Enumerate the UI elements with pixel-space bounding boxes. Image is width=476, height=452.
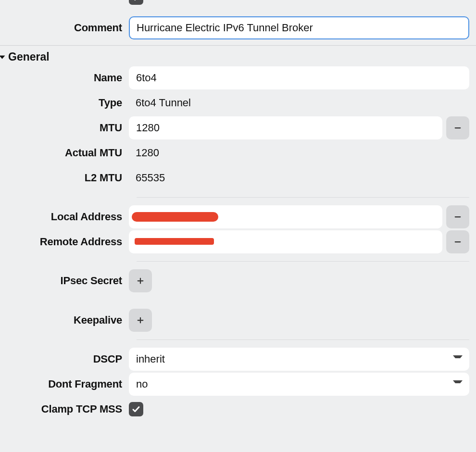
actual-mtu-label: Actual MTU xyxy=(0,147,129,159)
minus-icon xyxy=(453,124,462,132)
dscp-label: DSCP xyxy=(0,353,129,365)
type-label: Type xyxy=(0,97,129,109)
type-value: 6to4 Tunnel xyxy=(129,97,191,109)
mtu-label: MTU xyxy=(0,122,129,134)
l2-mtu-value: 65535 xyxy=(129,172,165,184)
caret-down-icon xyxy=(0,55,5,59)
minus-icon xyxy=(453,238,462,246)
mtu-clear-button[interactable] xyxy=(446,116,469,139)
name-label: Name xyxy=(0,72,129,84)
keepalive-add-button[interactable] xyxy=(129,309,152,332)
l2-mtu-label: L2 MTU xyxy=(0,172,129,184)
field-separator xyxy=(137,197,469,198)
section-title: General xyxy=(8,50,50,63)
remote-address-label: Remote Address xyxy=(0,236,129,248)
plus-icon xyxy=(136,276,145,285)
redaction-mark xyxy=(132,212,218,222)
comment-label: Comment xyxy=(0,22,129,34)
field-separator xyxy=(137,339,469,340)
local-address-label: Local Address xyxy=(0,211,129,223)
mtu-input[interactable] xyxy=(129,116,442,139)
dont-fragment-select[interactable] xyxy=(129,373,469,396)
clamp-tcp-mss-checkbox[interactable] xyxy=(129,402,143,416)
name-input[interactable] xyxy=(129,66,469,89)
enabled-checkbox[interactable] xyxy=(129,0,143,5)
plus-icon xyxy=(136,316,145,325)
ipsec-secret-label: IPsec Secret xyxy=(0,275,129,287)
keepalive-label: Keepalive xyxy=(0,314,129,326)
local-address-clear-button[interactable] xyxy=(446,205,469,228)
comment-input[interactable] xyxy=(129,16,469,39)
dscp-select[interactable] xyxy=(129,348,469,371)
section-header-general[interactable]: General xyxy=(0,46,476,65)
actual-mtu-value: 1280 xyxy=(129,147,159,159)
remote-address-clear-button[interactable] xyxy=(446,230,469,253)
ipsec-secret-add-button[interactable] xyxy=(129,269,152,292)
check-icon xyxy=(132,0,140,2)
redaction-mark xyxy=(135,238,214,245)
dont-fragment-label: Dont Fragment xyxy=(0,378,129,390)
check-icon xyxy=(132,405,140,414)
field-separator xyxy=(137,261,469,262)
clamp-tcp-mss-label: Clamp TCP MSS xyxy=(0,403,129,415)
minus-icon xyxy=(453,213,462,221)
enabled-label: Enabled xyxy=(0,0,129,2)
